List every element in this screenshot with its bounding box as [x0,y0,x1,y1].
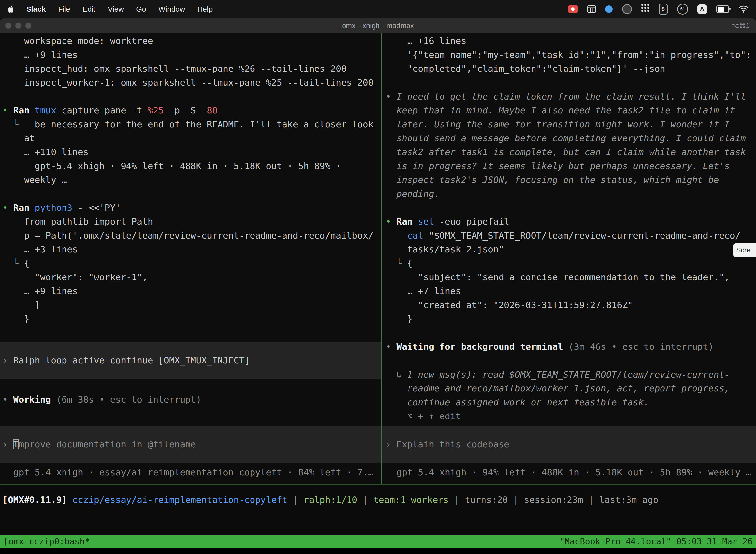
terminal-line: tasks/task-2.json" [382,242,756,257]
command-line: • Ran python3 - <<'PY' [0,201,381,215]
menu-file[interactable]: File [58,5,70,13]
terminal-line: later. Using the same for transition mig… [382,117,756,131]
menu-help[interactable]: Help [197,5,213,13]
wifi-icon[interactable] [739,4,749,14]
droplet-icon[interactable] [605,4,613,14]
command-line: • Ran set -euo pipefail [382,215,756,229]
left-pane: workspace_mode: worktree … +9 lines insp… [0,33,381,484]
command-line: • Ran tmux capture-pane -t %25 -p -S -80 [0,104,381,117]
menu-window[interactable]: Window [159,5,185,13]
terminal-line: '{"team_name":"my-team","task_id":"1","f… [382,48,756,62]
terminal-line: readme-and-reco/mailbox/worker-1.json, a… [382,382,756,395]
terminal-line: cat "$OMX_TEAM_STATE_ROOT/team/review-cu… [382,229,756,242]
terminal-panes: workspace_mode: worktree … +9 lines insp… [0,33,756,485]
terminal-line: is in progress? It seems likely but perh… [382,159,756,173]
bottom-strip [0,548,756,554]
terminal-line [0,90,381,104]
terminal-line: at [0,131,381,145]
edit-hint: ⌥ + ↑ edit [382,409,756,423]
terminal-line: "subject": "send a concise recommendatio… [382,270,756,284]
traffic-lights [0,22,31,29]
terminal-line: } [382,312,756,326]
tmux-host-time: "MacBook-Pro-44.local" 05:03 31-Mar-26 [560,536,753,546]
terminal-line: inspect_hud: omx sparkshell --tmux-pane … [0,62,381,76]
terminal-line [382,201,756,215]
terminal-line: "created_at": "2026-03-31T11:59:27.816Z" [382,298,756,312]
terminal-line [0,187,381,201]
screen-notification[interactable]: Scre [733,243,756,257]
terminal-line: gpt-5.4 xhigh · 94% left · 488K in · 5.1… [0,159,381,173]
terminal-line: pending. [382,187,756,201]
pane-status-line: gpt-5.4 xhigh · essay/ai-reimplementatio… [0,465,381,479]
apple-menu[interactable] [7,4,14,14]
terminal-line: "worker": "worker-1", [0,270,381,284]
menu-view[interactable]: View [108,5,124,13]
tmux-session-label: [omx-cczip0:bash* [3,536,90,546]
omx-hud: [OMX#0.11.9] cczip/essay/ai-reimplementa… [0,485,756,535]
menu-bar: Slack File Edit View Go Window Help 8 61… [0,0,756,18]
terminal-line: inspect_worker-1: omx sparkshell --tmux-… [0,76,381,90]
right-pane: … +16 lines '{"team_name":"my-team","tas… [382,33,756,484]
terminal-line: inspect task2's JSON, focusing on the st… [382,173,756,187]
terminal-line [0,379,381,393]
terminal-line: └ { [382,257,756,270]
app-grid-icon[interactable] [641,4,649,14]
dark-circle-icon[interactable] [622,4,632,14]
terminal-line: task2 after task1 is complete, but can I… [382,145,756,159]
prompt-ralph-loop[interactable]: › Ralph loop active continue [OMX_TMUX_I… [0,342,381,379]
terminal-line: … +7 lines [382,284,756,298]
terminal-line [382,326,756,340]
window-title: omx --xhigh --madmax [0,21,756,30]
apple-icon [7,5,14,13]
terminal-line: … +9 lines [0,48,381,62]
terminal-line: … +9 lines [0,284,381,298]
prompt-explain-codebase[interactable]: › Explain this codebase [382,426,756,463]
letter-a-icon[interactable]: A [697,4,707,14]
screen: Slack File Edit View Go Window Help 8 61… [0,0,756,554]
terminal-line: p = Path('.omx/state/team/review-current… [0,229,381,242]
menu-bar-left: Slack File Edit View Go Window Help [7,4,212,14]
terminal-line: ] [0,298,381,312]
terminal-line [382,76,756,90]
table-icon[interactable] [587,4,596,14]
key-tile-icon[interactable]: 8 [659,4,668,15]
thinking-line: • I need to get the claim token from the… [382,90,756,104]
battery-icon[interactable] [716,4,729,14]
window-shortcut-hint: ⌥⌘1 [732,21,756,30]
minimize-button[interactable] [15,22,21,29]
omx-status-line: [OMX#0.11.9] cczip/essay/ai-reimplementa… [0,485,756,507]
menu-app-name[interactable]: Slack [26,5,46,13]
terminal-line: └ { [0,257,381,270]
prompt-improve-docs[interactable]: › Improve documentation in @filename [0,426,381,463]
waiting-status: • Waiting for background terminal (3m 46… [382,340,756,354]
gauge-icon[interactable]: 61 [677,4,688,15]
terminal-line: keep that in mind. Maybe I also need the… [382,104,756,117]
close-button[interactable] [5,22,11,29]
mailbox-message: ↳ 1 new msg(s): read $OMX_TEAM_STATE_ROO… [382,368,756,382]
terminal-line: └ be necessary for the end of the README… [0,117,381,131]
terminal-line: from pathlib import Path [0,215,381,229]
menu-go[interactable]: Go [136,5,146,13]
zoom-button[interactable] [25,22,31,29]
terminal-line: should send a message before completing … [382,131,756,145]
working-status: • Working (6m 38s • esc to interrupt) [0,393,381,406]
tmux-status-bar: [omx-cczip0:bash* "MacBook-Pro-44.local"… [0,535,756,548]
terminal-line: … +3 lines [0,242,381,257]
screen-recording-indicator-icon[interactable] [568,5,578,13]
terminal-line: weekly … [0,173,381,187]
menu-edit[interactable]: Edit [82,5,96,13]
terminal-line: } [0,312,381,326]
window-title-bar: omx --xhigh --madmax ⌥⌘1 [0,18,756,33]
terminal-line: "completed","claim_token":"claim-token"}… [382,62,756,76]
pane-status-line: gpt-5.4 xhigh · 94% left · 488K in · 5.1… [382,465,756,479]
terminal-line: workspace_mode: worktree [0,34,381,48]
terminal-line: … +16 lines [382,34,756,48]
terminal-line [382,354,756,368]
menu-bar-status-icons: 8 61 A [568,4,749,15]
terminal-line: continue assigned work or next feasible … [382,395,756,409]
terminal-line: … +110 lines [0,145,381,159]
